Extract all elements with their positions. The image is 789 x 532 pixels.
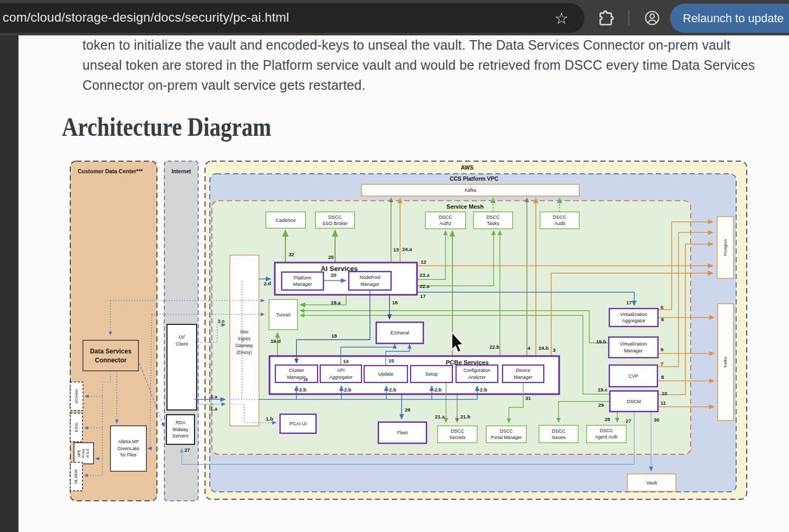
svg-text:10: 10: [662, 390, 667, 396]
svg-text:DSCC: DSCC: [553, 214, 567, 220]
svg-text:28: 28: [605, 416, 610, 422]
svg-text:12: 12: [421, 259, 426, 265]
svg-text:GreenLake: GreenLake: [117, 446, 140, 451]
svg-text:2.d: 2.d: [264, 281, 271, 286]
svg-text:vCenter: vCenter: [74, 389, 79, 404]
svg-text:4: 4: [527, 345, 531, 351]
svg-text:Fleet: Fleet: [397, 430, 408, 435]
svg-text:Tasks: Tasks: [487, 221, 499, 226]
svg-text:Manager: Manager: [624, 348, 643, 353]
svg-text:9: 9: [661, 347, 663, 352]
svg-text:CCS Platform VPC: CCS Platform VPC: [450, 175, 499, 182]
svg-text:1.b: 1.b: [266, 416, 273, 422]
svg-text:Kafka: Kafka: [465, 188, 476, 193]
svg-text:3: 3: [553, 347, 555, 353]
svg-text:13: 13: [393, 247, 399, 253]
svg-text:Analyzer: Analyzer: [468, 375, 486, 380]
svg-text:Audit: Audit: [554, 221, 565, 226]
svg-text:Kafka: Kafka: [723, 357, 728, 368]
svg-text:Cluster: Cluster: [289, 368, 304, 373]
svg-text:17: 17: [626, 300, 632, 305]
svg-text:21.a: 21.a: [435, 414, 445, 419]
svg-text:8: 8: [661, 374, 664, 380]
svg-text:26: 26: [405, 407, 411, 413]
svg-text:nt iLO: nt iLO: [86, 449, 89, 458]
svg-text:Cadence: Cadence: [275, 217, 295, 223]
svg-text:NodePool: NodePool: [359, 275, 380, 280]
svg-text:Ezmeral: Ezmeral: [391, 330, 409, 335]
svg-text:Aggregator: Aggregator: [622, 318, 646, 323]
svg-text:DSCC: DSCC: [552, 428, 565, 434]
svg-text:15: 15: [388, 358, 394, 363]
svg-text:HPE: HPE: [77, 450, 81, 457]
svg-text:24.b: 24.b: [539, 345, 549, 351]
svg-text:PCAI UI: PCAI UI: [290, 421, 307, 426]
svg-text:for Files: for Files: [120, 452, 136, 458]
svg-text:Portal Manager: Portal Manager: [491, 435, 522, 440]
svg-text:Internet: Internet: [172, 169, 191, 174]
svg-text:27: 27: [184, 447, 190, 453]
svg-text:Data Services: Data Services: [90, 348, 132, 355]
svg-text:Manager: Manager: [360, 282, 379, 287]
svg-text:26: 26: [303, 377, 308, 382]
svg-text:Issues: Issues: [552, 435, 566, 440]
svg-text:DSCC: DSCC: [328, 214, 342, 220]
svg-text:API: API: [337, 368, 345, 373]
svg-text:Client: Client: [175, 341, 188, 347]
svg-text:18: 18: [331, 333, 337, 339]
svg-text:25: 25: [328, 254, 334, 260]
svg-text:11: 11: [661, 400, 666, 406]
svg-text:32: 32: [289, 251, 294, 257]
svg-text:AWS: AWS: [461, 164, 474, 171]
svg-text:1.a: 1.a: [210, 406, 218, 412]
svg-text:2.b: 2.b: [389, 387, 396, 393]
svg-text:Servers: Servers: [172, 433, 189, 438]
svg-text:DSCC: DSCC: [600, 428, 614, 433]
svg-text:UI/: UI/: [179, 334, 185, 340]
svg-text:RDA: RDA: [175, 420, 185, 425]
svg-text:27: 27: [626, 418, 632, 424]
svg-text:Connector: Connector: [95, 357, 127, 364]
svg-text:2.a: 2.a: [210, 394, 218, 399]
svg-text:Setup: Setup: [425, 371, 438, 377]
svg-text:Ingres: Ingres: [238, 336, 250, 341]
svg-text:ESXi: ESXi: [74, 423, 79, 432]
svg-text:17: 17: [420, 293, 426, 299]
svg-text:Virtualization: Virtualization: [620, 341, 647, 347]
svg-text:20: 20: [331, 272, 337, 278]
svg-text:21.b: 21.b: [460, 414, 470, 419]
svg-text:DSCC: DSCC: [439, 214, 452, 220]
svg-text:2.c: 2.c: [218, 318, 225, 324]
svg-text:31: 31: [525, 395, 531, 401]
svg-text:(Envoy): (Envoy): [236, 350, 252, 355]
svg-text:Manager: Manager: [293, 282, 312, 287]
svg-text:19.b: 19.b: [596, 339, 606, 344]
svg-text:2.b: 2.b: [434, 387, 442, 393]
svg-text:Manager: Manager: [514, 375, 533, 380]
svg-text:Device: Device: [516, 368, 531, 373]
svg-text:Update: Update: [378, 371, 393, 377]
svg-text:Secrets: Secrets: [449, 435, 466, 440]
svg-text:19.d: 19.d: [271, 338, 281, 344]
svg-text:Istio: Istio: [240, 329, 248, 334]
svg-text:16: 16: [392, 300, 398, 305]
svg-text:SSO Broker: SSO Broker: [322, 221, 348, 226]
svg-text:DSCC: DSCC: [500, 428, 513, 434]
svg-text:Agent Auth: Agent Auth: [595, 434, 618, 440]
svg-text:Service Mesh: Service Mesh: [447, 203, 484, 210]
svg-text:23.a: 23.a: [420, 272, 430, 278]
svg-text:Customer Data Center***: Customer Data Center***: [78, 168, 143, 174]
svg-text:Prolia: Prolia: [81, 449, 85, 458]
svg-text:Gateway: Gateway: [235, 343, 253, 348]
svg-text:2.b: 2.b: [344, 387, 351, 393]
svg-text:6: 6: [661, 316, 664, 322]
svg-text:Authz: Authz: [439, 221, 452, 226]
svg-text:22.b: 22.b: [489, 344, 499, 350]
svg-text:Tunnel: Tunnel: [276, 312, 290, 318]
svg-text:19.a: 19.a: [331, 300, 341, 305]
svg-text:29: 29: [598, 402, 604, 408]
svg-text:DSCC: DSCC: [486, 214, 500, 220]
svg-text:Configuration: Configuration: [463, 368, 490, 373]
svg-text:2.b: 2.b: [299, 387, 307, 393]
svg-text:Alletra MP: Alletra MP: [118, 439, 139, 444]
